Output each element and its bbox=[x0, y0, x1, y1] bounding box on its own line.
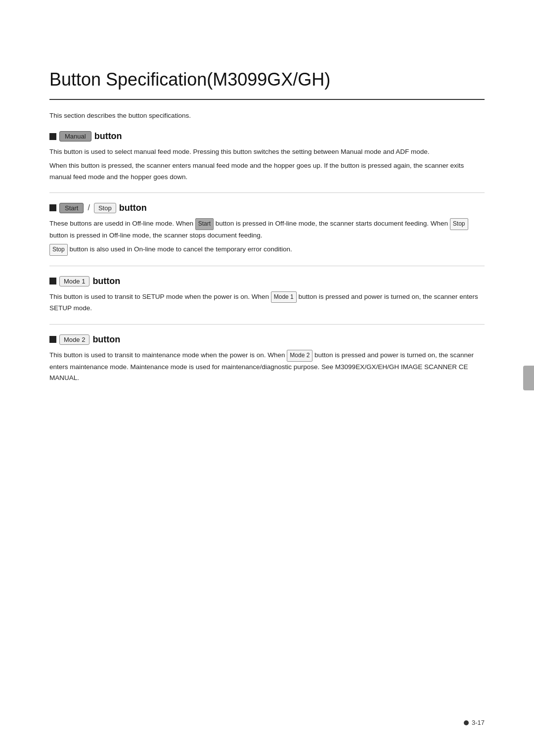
divider-3 bbox=[49, 324, 485, 325]
mode2-inline-btn: Mode 2 bbox=[287, 350, 312, 362]
stop-inline-btn2: Stop bbox=[49, 244, 68, 256]
section-manual-body2: When this button is pressed, the scanner… bbox=[49, 160, 485, 183]
startstop-text2: button is also used in On-line mode to c… bbox=[69, 245, 292, 253]
page-number-text: 3-17 bbox=[472, 719, 485, 726]
manual-button-label: Manual bbox=[59, 131, 91, 142]
startstop-text1b: button is pressed in Off-line mode, the … bbox=[216, 220, 448, 227]
section-startstop-title: button bbox=[119, 203, 147, 213]
mode1-inline-btn: Mode 1 bbox=[271, 291, 297, 303]
mode1-text1: This button is used to transit to SETUP … bbox=[49, 293, 269, 300]
mode2-button-label: Mode 2 bbox=[59, 334, 89, 345]
section-mode2: Mode 2 button This button is used to tra… bbox=[49, 334, 485, 383]
section-manual-header: Manual button bbox=[49, 131, 485, 142]
section-mode2-header: Mode 2 button bbox=[49, 334, 485, 345]
section-bullet-2 bbox=[49, 204, 56, 211]
startstop-text1c: button is pressed in Off-line mode, the … bbox=[49, 232, 263, 239]
start-button-label: Start bbox=[59, 203, 84, 213]
mode2-text1: This button is used to transit to mainte… bbox=[49, 351, 285, 359]
page-number: 3-17 bbox=[464, 719, 485, 726]
mode1-button-label: Mode 1 bbox=[59, 276, 89, 286]
slash-divider: / bbox=[88, 203, 89, 212]
stop-button-label: Stop bbox=[94, 203, 116, 213]
startstop-text1: These buttons are usedd in Off-line mode… bbox=[49, 220, 193, 227]
start-inline-btn: Start bbox=[195, 218, 214, 230]
divider-2 bbox=[49, 266, 485, 266]
section-startstop-header: Start / Stop button bbox=[49, 203, 485, 213]
section-mode2-title: button bbox=[92, 334, 120, 345]
section-mode1-body1: This button is used to transit to SETUP … bbox=[49, 291, 485, 314]
section-manual-title: button bbox=[94, 131, 122, 142]
title-divider bbox=[49, 99, 485, 100]
scroll-tab[interactable] bbox=[523, 366, 534, 390]
section-bullet-3 bbox=[49, 278, 56, 284]
section-bullet bbox=[49, 133, 56, 140]
stop-inline-btn: Stop bbox=[450, 218, 468, 230]
section-mode2-body1: This button is used to transit to mainte… bbox=[49, 350, 485, 383]
section-manual-body1: This button is used to select manual fee… bbox=[49, 146, 485, 157]
section-startstop-body2: Stop button is also used in On-line mode… bbox=[49, 244, 485, 256]
section-start-stop: Start / Stop button These buttons are us… bbox=[49, 203, 485, 256]
section-startstop-body1: These buttons are usedd in Off-line mode… bbox=[49, 218, 485, 241]
section-manual: Manual button This button is used to sel… bbox=[49, 131, 485, 183]
page-title: Button Specification(M3099GX/GH) bbox=[49, 69, 485, 90]
page-dot bbox=[464, 720, 469, 725]
section-mode1: Mode 1 button This button is used to tra… bbox=[49, 276, 485, 314]
divider-1 bbox=[49, 192, 485, 193]
section-mode1-title: button bbox=[92, 276, 120, 286]
intro-text: This section describes the button specif… bbox=[49, 112, 485, 119]
section-mode1-header: Mode 1 button bbox=[49, 276, 485, 286]
section-bullet-4 bbox=[49, 336, 56, 343]
